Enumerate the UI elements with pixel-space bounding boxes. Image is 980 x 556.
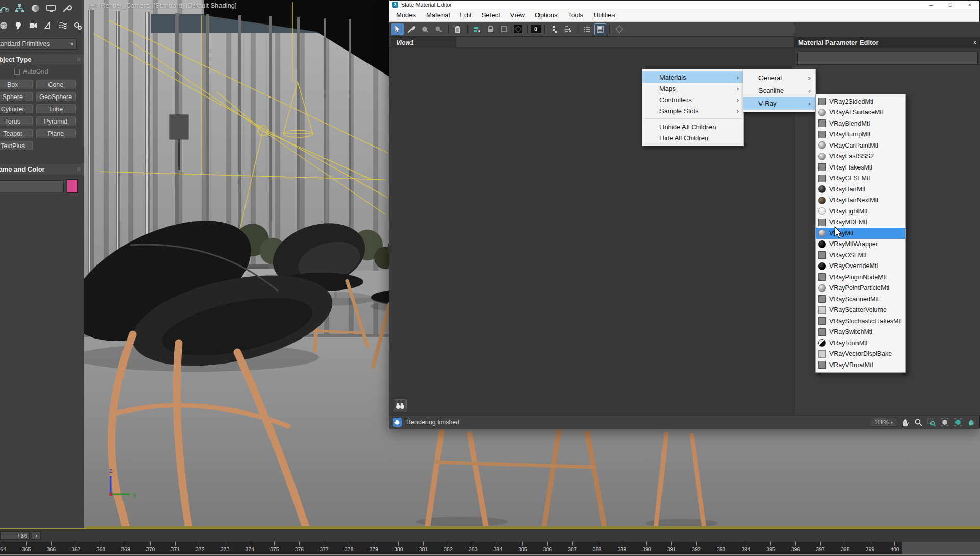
maximize-button[interactable]: □	[941, 1, 960, 9]
vray-material-item[interactable]: VRayOverrideMtl	[816, 261, 905, 272]
object-type-button[interactable]: Cone	[36, 80, 76, 89]
vray-material-item[interactable]: VRay2SidedMtl	[816, 96, 905, 107]
autogrid-checkbox[interactable]	[14, 69, 20, 75]
layout-tree-icon[interactable]	[561, 23, 574, 35]
viewport-label[interactable]: [+] [Render_Camera] [Standard] [Default …	[89, 2, 237, 9]
vray-material-item[interactable]: VRayALSurfaceMtl	[816, 107, 905, 118]
object-type-button[interactable]: TextPlus	[0, 141, 33, 151]
vray-material-item[interactable]: VRayCarPaintMtl	[816, 140, 905, 151]
vray-material-item[interactable]: VRayHairNextMtl	[816, 195, 905, 206]
vray-material-item[interactable]: VRayVectorDisplBake	[816, 349, 905, 360]
close-button[interactable]: ×	[960, 1, 979, 9]
vray-material-item[interactable]: VRayMtlWrapper	[816, 239, 905, 250]
param-editor-empty-field[interactable]	[797, 52, 978, 65]
vray-material-item[interactable]: VRayFlakesMtl	[816, 162, 905, 173]
primitives-category-dropdown[interactable]: Standard Primitives ▾	[0, 38, 77, 50]
view-tab[interactable]: View1	[391, 37, 456, 48]
move-children-icon[interactable]	[471, 23, 483, 35]
object-type-button[interactable]: Sphere	[0, 92, 33, 102]
material-diamond-icon[interactable]	[613, 23, 625, 35]
context-menu-item[interactable]: Maps ›	[642, 83, 743, 94]
put-to-library-icon[interactable]	[419, 23, 431, 35]
window-titlebar[interactable]: 3 Slate Material Editor – □ ×	[389, 1, 979, 9]
layout-vertical-icon[interactable]	[548, 23, 560, 35]
object-color-swatch[interactable]	[67, 179, 78, 193]
vray-material-item[interactable]: VRayHairMtl	[816, 184, 905, 195]
pan-hand-icon[interactable]	[899, 417, 911, 428]
menu-bar-item[interactable]: Select	[477, 11, 505, 19]
vray-material-item[interactable]: VRayBumpMtl	[816, 129, 905, 140]
assign-to-selection-icon[interactable]	[433, 23, 445, 35]
vray-material-item[interactable]: VRayToonMtl	[816, 337, 905, 349]
vray-material-item[interactable]: VRayScannedMtl	[816, 294, 905, 305]
name-color-rollout-header[interactable]: Name and Color	[0, 164, 84, 175]
object-type-rollout-header[interactable]: Object Type	[0, 54, 84, 65]
vray-material-item[interactable]: VRayVRmatMtl	[816, 359, 905, 371]
geometry-icon[interactable]	[0, 20, 9, 31]
menu-bar-item[interactable]: Options	[530, 11, 563, 19]
vray-material-item[interactable]: VRayPointParticleMtl	[816, 283, 905, 294]
list-view-icon[interactable]	[580, 23, 593, 35]
lock-icon[interactable]	[484, 23, 497, 35]
zoom-level-dropdown[interactable]: 111% ▾	[870, 418, 897, 427]
menu-bar-item[interactable]: Utilities	[589, 11, 620, 19]
search-nodes-button[interactable]	[394, 399, 407, 412]
object-type-button[interactable]: Teapot	[0, 129, 33, 138]
object-type-button[interactable]: Plane	[36, 129, 76, 138]
vray-material-item[interactable]: VRayStochasticFlakesMtl	[816, 316, 905, 327]
select-tool-icon[interactable]	[391, 23, 404, 35]
param-editor-header[interactable]: Material Parameter Editor x	[794, 37, 980, 48]
pan-zoom-selected-icon[interactable]	[966, 417, 977, 428]
minimize-button[interactable]: –	[921, 1, 941, 9]
object-type-button[interactable]: GeoSphere	[36, 92, 76, 102]
delete-icon[interactable]	[452, 23, 464, 35]
menu-bar-item[interactable]: Material	[421, 11, 455, 19]
object-type-button[interactable]: Tube	[36, 104, 76, 114]
background-icon[interactable]	[512, 23, 524, 35]
vray-material-item[interactable]: VRayOSLMtl	[816, 250, 905, 261]
submenu-item[interactable]: V-Ray ›	[743, 97, 815, 110]
object-type-button[interactable]: Cylinder	[0, 104, 33, 114]
utilities-tab-icon[interactable]	[61, 3, 72, 14]
next-frame-button[interactable]: ›	[32, 531, 41, 540]
frame-number-field[interactable]: / 36	[0, 531, 30, 540]
show-map-icon[interactable]	[498, 23, 510, 35]
vray-material-item[interactable]: VRayMtl	[816, 228, 905, 239]
zoom-extents-selected-icon[interactable]	[952, 417, 964, 428]
submenu-item[interactable]: General ›	[743, 71, 815, 84]
systems-icon[interactable]	[72, 20, 83, 31]
modify-tab-icon[interactable]	[0, 3, 9, 14]
sample-type-badge[interactable]: 0	[531, 25, 541, 34]
param-editor-toggle-icon[interactable]	[594, 23, 606, 35]
display-tab-icon[interactable]	[45, 3, 57, 14]
motion-tab-icon[interactable]	[30, 3, 41, 14]
context-menu-item[interactable]: Sample Slots ›	[642, 105, 743, 116]
context-menu-item[interactable]: Controllers ›	[642, 94, 743, 105]
pick-material-icon[interactable]	[405, 23, 418, 35]
object-type-button[interactable]: Box	[0, 80, 33, 89]
vray-material-item[interactable]: VRayGLSLMtl	[816, 173, 905, 184]
menu-bar-item[interactable]: View	[505, 11, 530, 19]
zoom-extents-icon[interactable]	[939, 417, 950, 428]
vray-material-item[interactable]: VRayBlendMtl	[816, 118, 905, 129]
menu-bar-item[interactable]: Modes	[391, 11, 421, 19]
context-menu-item[interactable]: Materials ›	[642, 71, 743, 83]
spacewarps-icon[interactable]	[57, 20, 68, 31]
zoom-tool-icon[interactable]	[913, 417, 924, 428]
submenu-item[interactable]: Scanline ›	[743, 84, 815, 97]
timeline-ruler[interactable]: 364 365 366 367	[0, 542, 902, 554]
zoom-region-icon[interactable]	[926, 417, 937, 428]
menu-bar-item[interactable]: Tools	[563, 11, 589, 19]
vray-material-item[interactable]: VRayScatterVolume	[816, 305, 905, 316]
lights-icon[interactable]	[13, 20, 24, 31]
object-name-input[interactable]	[0, 180, 64, 192]
object-type-button[interactable]: Pyramid	[36, 116, 76, 126]
object-type-button[interactable]: Torus	[0, 116, 33, 126]
context-menu-item[interactable]: Unhide All Children	[642, 121, 743, 132]
param-editor-close-icon[interactable]: x	[973, 39, 976, 46]
context-menu-item[interactable]: Hide All Children	[642, 132, 743, 143]
cameras-icon[interactable]	[28, 20, 39, 31]
vray-material-item[interactable]: VRaySwitchMtl	[816, 327, 905, 338]
menu-bar-item[interactable]: Edit	[455, 11, 476, 19]
hierarchy-tab-icon[interactable]	[14, 3, 25, 14]
